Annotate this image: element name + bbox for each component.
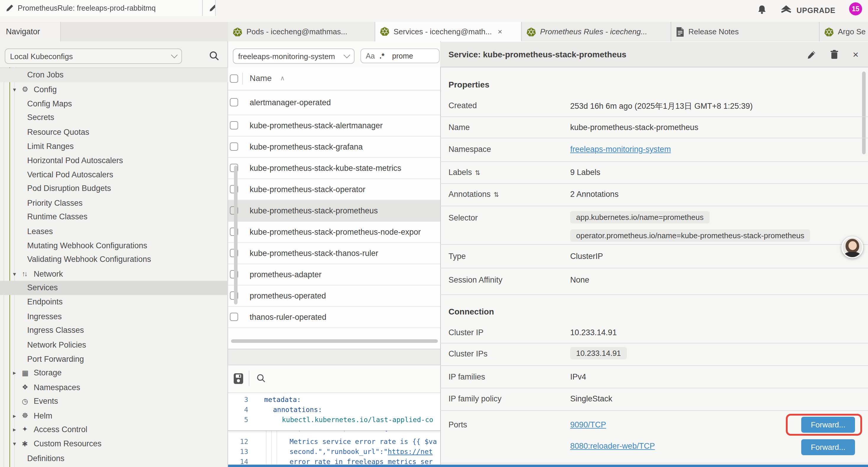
detail-row-type: Type ClusterIP: [440, 244, 868, 268]
sidebar-group-config[interactable]: ▾⚙Config: [0, 82, 228, 96]
table-row[interactable]: alertmanager-operated: [228, 90, 440, 115]
editor-search-icon[interactable]: [256, 374, 266, 383]
edit-pencil-icon[interactable]: [807, 50, 816, 59]
sidebar-group-helm[interactable]: ▸☸Helm: [0, 408, 228, 423]
name-filter-input[interactable]: Aa .* prome: [361, 49, 440, 63]
sidebar-item-limit-ranges[interactable]: Limit Ranges: [0, 139, 228, 153]
chevron-down-icon[interactable]: ▾: [13, 86, 20, 92]
detail-row-cluster-ips: Cluster IPs 10.233.14.91: [440, 344, 868, 366]
chevron-down-icon[interactable]: ▾: [13, 270, 20, 277]
row-checkbox[interactable]: [229, 98, 238, 107]
port-link-9090[interactable]: 9090/TCP: [570, 420, 606, 429]
sidebar-item-vertical-pod-autoscalers[interactable]: Vertical Pod Autoscalers: [0, 167, 228, 181]
clock-icon: ◷: [22, 397, 31, 405]
table-row[interactable]: kube-prometheus-stack-thanos-ruler: [228, 243, 440, 264]
sidebar-group-access-control[interactable]: ▸✦Access Control: [0, 422, 228, 436]
sidebar-group-storage[interactable]: ▸▦Storage: [0, 366, 228, 380]
regex-toggle[interactable]: .*: [380, 52, 385, 60]
upgrade-button[interactable]: UPGRADE: [797, 6, 836, 15]
sidebar-group-custom-resources[interactable]: ▾✱Custom Resources: [0, 437, 228, 451]
table-row[interactable]: kube-prometheus-stack-kube-state-metrics: [228, 157, 440, 179]
save-icon[interactable]: [234, 373, 243, 384]
code-link[interactable]: https://net: [388, 447, 433, 456]
tab-argo[interactable]: Argo Se: [819, 22, 868, 41]
port-link-8080[interactable]: 8080:reloader-web/TCP: [570, 442, 655, 450]
chevron-down-icon[interactable]: ▾: [13, 440, 20, 447]
sidebar-item-resource-quotas[interactable]: Resource Quotas: [0, 125, 228, 139]
sort-ascending-icon[interactable]: ∧: [280, 75, 285, 82]
select-all-checkbox[interactable]: [229, 75, 238, 83]
sidebar-item-definitions[interactable]: Definitions: [0, 451, 228, 465]
column-resize-handle[interactable]: [242, 73, 243, 85]
assistant-avatar[interactable]: [841, 236, 863, 258]
code-line: 12 Metrics service error rate is {{ $va: [228, 437, 440, 447]
sidebar-item-pod-disruption-budgets[interactable]: Pod Disruption Budgets: [0, 181, 228, 195]
sidebar-item-network-policies[interactable]: Network Policies: [0, 338, 228, 352]
sidebar-item-events[interactable]: ◷Events: [0, 394, 228, 408]
sidebar-item-config-maps[interactable]: Config Maps: [0, 96, 228, 111]
editor-tab-prometheusrule[interactable]: PrometheusRule: freeleaps-prod-rabbitmq: [0, 0, 203, 16]
sidebar-item-port-forwarding[interactable]: Port Forwarding: [0, 352, 228, 366]
sidebar-group-network[interactable]: ▾↑↓Network: [0, 267, 228, 281]
kubeconfig-source-select[interactable]: Local Kubeconfigs: [5, 49, 182, 64]
row-checkbox[interactable]: [229, 143, 238, 151]
sidebar-scrollbar[interactable]: [234, 166, 238, 304]
tab-pods[interactable]: Pods - icecheng@mathmas...: [228, 22, 375, 41]
detail-row-annotations: Annotations⇅ 2 Annotations: [440, 184, 868, 206]
row-checkbox[interactable]: [229, 313, 238, 321]
notifications-bell-icon[interactable]: [757, 5, 766, 15]
match-case-toggle[interactable]: Aa: [366, 52, 375, 60]
tab-services[interactable]: Services - icecheng@math... ×: [375, 22, 522, 41]
detail-row-ip-families: IP families IPv4: [440, 366, 868, 388]
sidebar-item-endpoints[interactable]: Endpoints: [0, 295, 228, 309]
row-checkbox[interactable]: [229, 121, 238, 129]
detail-row-session-affinity: Session Affinity None: [440, 268, 868, 295]
tab-prometheus-rules[interactable]: Prometheus Rules - icecheng...: [522, 22, 671, 41]
sidebar-item-priority-classes[interactable]: Priority Classes: [0, 196, 228, 210]
namespace-select[interactable]: freeleaps-monitoring-system: [233, 49, 354, 64]
chevron-right-icon[interactable]: ▸: [13, 412, 20, 419]
delete-trash-icon[interactable]: [830, 50, 838, 59]
tab-argo-label: Argo Se: [838, 27, 866, 36]
close-tab-icon[interactable]: ×: [498, 27, 502, 36]
table-row[interactable]: prometheus-adapter: [228, 264, 440, 285]
pencil-icon: [209, 4, 216, 12]
namespace-link[interactable]: freeleaps-monitoring-system: [570, 145, 671, 154]
upgrade-chevrons-icon[interactable]: [780, 5, 792, 16]
sidebar-item-namespaces[interactable]: ❖Namespaces: [0, 380, 228, 394]
sidebar-item-leases[interactable]: Leases: [0, 224, 228, 238]
table-row[interactable]: thanos-ruler-operated: [228, 307, 440, 328]
sort-updown-icon[interactable]: ⇅: [494, 191, 499, 198]
chevron-right-icon[interactable]: ▸: [13, 426, 20, 432]
sidebar-item-services[interactable]: Services: [0, 281, 228, 295]
sidebar-item-cron-jobs[interactable]: Cron Jobs: [0, 68, 228, 82]
editor-indent-guide: [277, 430, 277, 465]
sort-updown-icon[interactable]: ⇅: [475, 169, 480, 176]
tab-navigator[interactable]: Navigator: [0, 22, 61, 41]
horizontal-scrollbar[interactable]: [231, 339, 438, 343]
yaml-editor[interactable]: 11 o","for":"nm","labels":{"service":" 1…: [228, 393, 440, 465]
sidebar-item-horizontal-pod-autoscalers[interactable]: Horizontal Pod Autoscalers: [0, 153, 228, 167]
sidebar-item-runtime-classes[interactable]: Runtime Classes: [0, 209, 228, 224]
close-details-icon[interactable]: ×: [852, 50, 859, 59]
detail-row-ip-family-policy: IP family policy SingleStack: [440, 388, 868, 411]
profile-badge[interactable]: 15: [849, 2, 862, 16]
sidebar-item-ingresses[interactable]: Ingresses: [0, 309, 228, 323]
table-row[interactable]: kube-prometheus-stack-grafana: [228, 136, 440, 157]
sidebar-item-secrets[interactable]: Secrets: [0, 110, 228, 124]
sidebar-item-validating-webhook-configurations[interactable]: Validating Webhook Configurations: [0, 252, 228, 266]
name-column-header[interactable]: Name: [250, 73, 272, 83]
table-row-selected[interactable]: kube-prometheus-stack-prometheus: [228, 200, 440, 222]
forward-button-8080[interactable]: Forward...: [801, 439, 855, 455]
chevron-right-icon[interactable]: ▸: [13, 370, 20, 376]
sidebar-item-mutating-webhook-configurations[interactable]: Mutating Webhook Configurations: [0, 238, 228, 253]
sidebar-item-ingress-classes[interactable]: Ingress Classes: [0, 323, 228, 337]
tab-release-notes[interactable]: Release Notes: [671, 22, 819, 41]
editor-sticky-scroll: 3 metadata: 4 annotations: 5 kubectl.kub…: [228, 393, 440, 431]
table-row[interactable]: prometheus-operated: [228, 285, 440, 307]
sidebar-search-icon[interactable]: [209, 51, 219, 61]
table-row[interactable]: kube-prometheus-stack-prometheus-node-ex…: [228, 222, 440, 243]
editor-tab-partial[interactable]: [203, 0, 216, 16]
table-row[interactable]: kube-prometheus-stack-alertmanager: [228, 115, 440, 136]
table-row[interactable]: kube-prometheus-stack-operator: [228, 179, 440, 200]
